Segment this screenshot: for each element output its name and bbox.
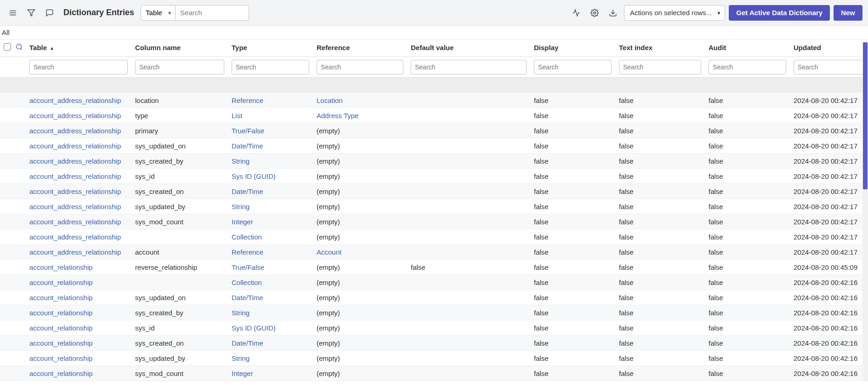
cell-audit: false (705, 93, 790, 108)
table-link[interactable]: account_relationship (29, 294, 93, 302)
type-link[interactable]: Reference (232, 97, 263, 104)
table-link[interactable]: account_address_relationship (29, 142, 121, 150)
col-search-table[interactable] (29, 60, 128, 74)
row-checkbox-cell (0, 351, 12, 366)
cell-text-index: false (615, 93, 705, 108)
row-info-cell (12, 199, 26, 214)
table-link[interactable]: account_address_relationship (29, 203, 121, 211)
type-link[interactable]: String (232, 203, 250, 211)
row-checkbox-cell (0, 123, 12, 138)
table-link[interactable]: account_relationship (29, 339, 93, 347)
cell-default-value (407, 138, 530, 154)
type-link[interactable]: Sys ID (GUID) (232, 172, 276, 180)
reference-link[interactable]: Location (317, 97, 343, 104)
table-link[interactable]: account_address_relationship (29, 172, 121, 180)
new-button[interactable]: New (834, 5, 862, 21)
cell-column-name: sys_updated_by (131, 199, 228, 214)
type-link[interactable]: Sys ID (GUID) (232, 324, 276, 332)
table-link[interactable]: account_address_relationship (29, 127, 121, 135)
col-search-updated[interactable] (794, 60, 868, 74)
menu-icon[interactable] (6, 6, 20, 20)
cell-column-name: sys_created_by (131, 305, 228, 320)
table-link[interactable]: account_address_relationship (29, 157, 121, 165)
search-group: Table ▼ (141, 5, 249, 21)
search-icon (16, 43, 23, 51)
filter-field-select[interactable]: Table (141, 5, 176, 21)
col-search-reference[interactable] (317, 60, 403, 74)
col-header-updated[interactable]: Updated (790, 40, 868, 57)
type-link[interactable]: Date/Time (232, 294, 263, 302)
download-icon[interactable] (606, 6, 620, 20)
table-link[interactable]: account_address_relationship (29, 218, 121, 226)
type-link[interactable]: True/False (232, 127, 264, 135)
table-link[interactable]: account_address_relationship (29, 97, 121, 104)
col-search-default-value[interactable] (411, 60, 527, 74)
filter-icon[interactable] (24, 6, 39, 20)
gear-icon[interactable] (587, 6, 602, 20)
table-link[interactable]: account_relationship (29, 370, 93, 377)
col-search-type[interactable] (232, 60, 309, 74)
type-link[interactable]: Reference (232, 248, 263, 256)
table-link[interactable]: account_address_relationship (29, 233, 121, 241)
type-link[interactable]: String (232, 309, 250, 317)
type-link[interactable]: Collection (232, 279, 262, 286)
cell-default-value (407, 351, 530, 366)
cell-table: account_address_relationship (26, 169, 131, 184)
cell-default-value (407, 320, 530, 336)
table-link[interactable]: account_address_relationship (29, 112, 121, 120)
search-input[interactable] (176, 5, 249, 21)
reference-link[interactable]: Address Type (317, 112, 358, 120)
col-header-table[interactable]: Table (26, 40, 131, 57)
type-link[interactable]: List (232, 112, 242, 120)
breadcrumb[interactable]: All (0, 26, 868, 40)
table-link[interactable]: account_address_relationship (29, 248, 121, 256)
cell-updated: 2024-08-20 00:42:17 (790, 214, 868, 229)
type-link[interactable]: String (232, 354, 250, 362)
row-checkbox-cell (0, 214, 12, 229)
table-link[interactable]: account_relationship (29, 324, 93, 332)
table-link[interactable]: account_relationship (29, 279, 93, 286)
table-row: account_relationshipCollection(empty)fal… (0, 275, 868, 290)
table-link[interactable]: account_address_relationship (29, 188, 121, 195)
reference-link[interactable]: Account (317, 248, 341, 256)
type-link[interactable]: String (232, 157, 250, 165)
breadcrumb-all: All (2, 28, 10, 36)
get-active-button[interactable]: Get Active Data Dictionary (729, 5, 830, 21)
cell-column-name: reverse_relationship (131, 260, 228, 275)
col-search-text-index[interactable] (619, 60, 701, 74)
col-search-column-name[interactable] (135, 60, 224, 74)
vertical-scrollbar[interactable] (862, 42, 868, 381)
col-header-reference[interactable]: Reference (313, 40, 407, 57)
cell-display: false (530, 108, 615, 123)
type-link[interactable]: Date/Time (232, 339, 263, 347)
actions-dropdown[interactable]: Actions on selected rows... ▼ (624, 5, 725, 21)
cell-column-name: location (131, 93, 228, 108)
scrollbar-thumb[interactable] (863, 42, 868, 189)
type-link[interactable]: Collection (232, 233, 262, 241)
cell-type: Reference (228, 93, 313, 108)
type-link[interactable]: Date/Time (232, 188, 263, 195)
select-all-checkbox[interactable] (4, 43, 11, 51)
row-search-header[interactable] (12, 40, 26, 57)
cell-audit: false (705, 123, 790, 138)
col-header-column-name[interactable]: Column name (131, 40, 228, 57)
col-search-display[interactable] (534, 60, 612, 74)
col-header-type[interactable]: Type (228, 40, 313, 57)
table-row: account_address_relationshipsys_idSys ID… (0, 169, 868, 184)
table-link[interactable]: account_relationship (29, 354, 93, 362)
pulse-icon[interactable] (569, 6, 584, 20)
type-link[interactable]: Integer (232, 218, 253, 226)
col-header-text-index[interactable]: Text index (615, 40, 705, 57)
type-link[interactable]: Date/Time (232, 142, 263, 150)
cell-table: account_address_relationship (26, 93, 131, 108)
row-checkbox-cell (0, 229, 12, 245)
col-header-audit[interactable]: Audit (705, 40, 790, 57)
col-search-audit[interactable] (709, 60, 786, 74)
activity-icon[interactable] (42, 6, 57, 20)
table-link[interactable]: account_relationship (29, 263, 93, 271)
table-link[interactable]: account_relationship (29, 309, 93, 317)
type-link[interactable]: True/False (232, 263, 264, 271)
type-link[interactable]: Integer (232, 370, 253, 377)
col-header-display[interactable]: Display (530, 40, 615, 57)
col-header-default-value[interactable]: Default value (407, 40, 530, 57)
